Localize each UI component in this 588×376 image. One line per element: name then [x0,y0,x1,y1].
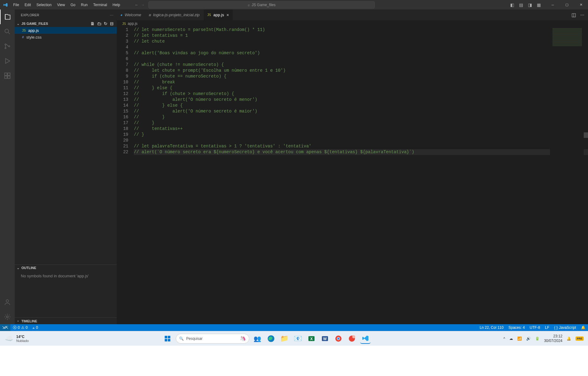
code-line[interactable] [134,138,588,143]
taskbar-chrome-icon[interactable] [333,333,344,344]
menu-run[interactable]: Run [78,1,90,9]
menu-go[interactable]: Go [68,1,78,9]
customize-layout-icon[interactable]: ▦ [537,2,541,7]
collapse-icon[interactable]: ⊟ [110,21,114,26]
taskbar-file-explorer-icon[interactable]: 📁 [279,333,290,344]
split-editor-icon[interactable]: ◫ [571,12,576,18]
code-line[interactable]: // let palavraTentativa = tentativas > 1… [134,143,588,149]
taskbar-edge-icon[interactable] [266,333,276,344]
scroll-thumb[interactable] [584,132,588,138]
code-line[interactable]: // if (chute == numeroSecreto) { [134,74,588,79]
code-line[interactable]: // alert('O número secreto é maior') [134,108,588,114]
maximize-icon[interactable]: ▢ [560,0,574,9]
tab-close-icon[interactable]: × [227,13,229,17]
folder-header[interactable]: ⌄ JS GAME_FILES 🗎 🗀 ↻ ⊟ [15,20,117,27]
svg-rect-4 [5,73,7,75]
code-line[interactable]: // alert('O número secreto é menor') [134,97,588,103]
breadcrumb[interactable]: JS app.js [117,20,588,27]
code-line[interactable]: // tentativas++ [134,126,588,132]
menu-edit[interactable]: Edit [22,1,33,9]
tab-zip[interactable]: ▤ logica-js-projeto_inicial.zip [145,9,204,20]
toggle-panel-icon[interactable]: ▤ [519,2,523,7]
tray-wifi-icon[interactable]: 📶 [517,336,522,341]
code-line[interactable]: // let chute [134,39,588,44]
menu-selection[interactable]: Selection [34,1,54,9]
menu-terminal[interactable]: Terminal [91,1,109,9]
sidebar-more-icon[interactable]: ··· [110,13,114,17]
activity-explorer-icon[interactable] [0,9,15,24]
status-problems[interactable]: ⓧ0 ⚠0 [10,325,30,330]
code-editor[interactable]: 12345678910111213141516171819202122 // l… [117,27,588,324]
status-spaces[interactable]: Spaces: 4 [506,325,527,330]
tray-onedrive-icon[interactable]: ☁ [509,336,513,341]
status-position[interactable]: Ln 22, Col 110 [477,325,506,330]
taskbar-chrome-profile-icon[interactable] [347,333,357,344]
code-line[interactable]: // } else { [134,103,588,108]
code-line[interactable]: // let tentativas = 1 [134,33,588,39]
toggle-secondary-sidebar-icon[interactable]: ◨ [528,2,532,7]
outline-header[interactable]: ⌄ OUTLINE [15,264,117,271]
activity-run-debug-icon[interactable] [0,54,15,68]
code-line[interactable]: // alert('Boas vindas ao jogo do número … [134,50,588,56]
taskbar-word-icon[interactable]: W [320,333,330,344]
code-line[interactable]: // alert(`O número secreto era ${numeroS… [134,149,588,155]
status-notifications-icon[interactable]: 🔔 [579,325,588,330]
tray-volume-icon[interactable]: 🔊 [526,336,531,341]
tray-copilot-icon[interactable]: PRE [575,336,584,341]
tray-chevron-icon[interactable]: ^ [503,336,505,341]
editor-more-icon[interactable]: ··· [580,12,584,18]
code-content[interactable]: // let numeroSecreto = parseInt(Math.ran… [134,27,588,324]
code-line[interactable]: // } else { [134,85,588,91]
tab-welcome[interactable]: ◆ Welcome [117,9,145,20]
tab-app-js[interactable]: JS app.js × [204,9,233,20]
code-line[interactable]: // let chute = prompt('Escolha um número… [134,68,588,74]
minimize-icon[interactable]: ─ [546,0,560,9]
tray-notification-icon[interactable]: 🔔 [567,336,571,341]
code-line[interactable]: // if (chute > numeroSecreto) { [134,91,588,97]
code-line[interactable]: // let numeroSecreto = parseInt(Math.ran… [134,27,588,33]
file-item-app-js[interactable]: JS app.js [15,27,117,34]
toggle-primary-sidebar-icon[interactable]: ◧ [510,2,514,7]
activity-accounts-icon[interactable] [0,295,15,310]
nav-forward-icon[interactable]: → [141,3,145,7]
code-line[interactable] [134,56,588,62]
minimap[interactable] [550,27,584,324]
command-center[interactable]: ⌕ JS Game_files [148,1,375,9]
timeline-header[interactable]: › TIMELINE [15,317,117,324]
taskbar-weather[interactable]: ☁️ 14°C Nublado [0,335,34,343]
code-line[interactable]: // } [134,132,588,138]
status-encoding[interactable]: UTF-8 [527,325,543,330]
taskbar-teams-icon[interactable]: 👥 [252,333,263,344]
menu-view[interactable]: View [55,1,67,9]
nav-back-icon[interactable]: ← [135,3,138,7]
taskbar-vscode-icon[interactable] [360,333,371,344]
tray-battery-icon[interactable]: 🔋 [535,336,540,341]
activity-extensions-icon[interactable] [0,68,15,83]
activity-source-control-icon[interactable] [0,39,15,54]
status-language[interactable]: { } JavaScript [552,325,579,330]
menu-help[interactable]: Help [110,1,123,9]
taskbar-clock[interactable]: 23:12 30/07/2024 [544,334,562,343]
activity-search-icon[interactable] [0,24,15,39]
start-button[interactable] [162,333,173,344]
search-icon: ⌕ [248,3,250,7]
file-item-style-css[interactable]: # style.css [15,34,117,40]
code-line[interactable]: // break [134,79,588,85]
taskbar-excel-icon[interactable]: X [306,333,317,344]
close-icon[interactable]: ✕ [574,0,588,9]
activity-settings-icon[interactable] [0,310,15,324]
scrollbar[interactable] [584,27,588,324]
code-line[interactable]: // while (chute != numeroSecreto) { [134,62,588,68]
taskbar-search[interactable]: 🔍 Pesquisar 🦄 [176,334,249,344]
menu-file[interactable]: File [11,1,21,9]
code-line[interactable] [134,44,588,50]
refresh-icon[interactable]: ↻ [104,21,107,26]
remote-icon[interactable]: ⇲⇱ [0,324,10,331]
new-folder-icon[interactable]: 🗀 [97,21,101,26]
status-ports[interactable]: ⟁0 [30,325,40,330]
code-line[interactable]: // } [134,114,588,120]
status-eol[interactable]: LF [543,325,552,330]
code-line[interactable]: // } [134,120,588,126]
new-file-icon[interactable]: 🗎 [90,21,95,26]
taskbar-mail-icon[interactable]: 📧 [293,333,303,344]
